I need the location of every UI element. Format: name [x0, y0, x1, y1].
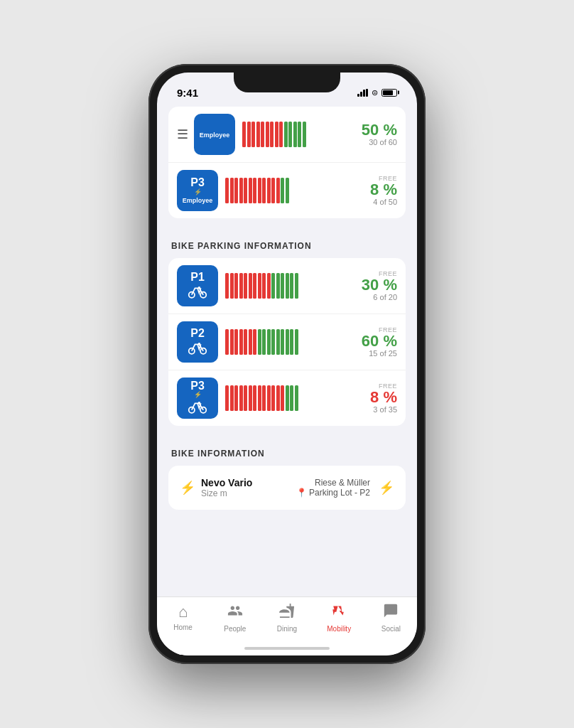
bike-parking-header: BIKE PARKING INFORMATION	[157, 224, 417, 258]
bar-chart-top1	[242, 118, 349, 151]
phone-screen: 9:41 ⊜	[157, 73, 417, 655]
bars-p2	[225, 326, 349, 358]
tab-dining-label: Dining	[277, 625, 297, 633]
percent-top1: 50 %	[356, 122, 397, 138]
svg-point-8	[198, 402, 201, 405]
count-top2: 4 of 50	[356, 198, 397, 206]
svg-point-1	[200, 291, 206, 297]
menu-badge-area: ☰ Employee	[177, 114, 235, 155]
employee-label-top: Employee	[200, 132, 230, 139]
status-icons: ⊜	[357, 88, 397, 97]
tab-social-label: Social	[381, 625, 401, 633]
wifi-icon: ⊜	[372, 88, 378, 97]
bike-info-card[interactable]: ⚡ Nevo Vario Size m Riese & Müller 📍 Par…	[168, 466, 406, 510]
svg-point-5	[198, 343, 201, 346]
bike-location-text: Parking Lot - P2	[309, 488, 370, 498]
signal-icon	[357, 89, 368, 97]
notch	[234, 73, 340, 92]
bike-info-right: Riese & Müller 📍 Parking Lot - P2	[296, 478, 370, 498]
bike-location: 📍 Parking Lot - P2	[296, 488, 370, 498]
status-time: 9:41	[177, 87, 198, 99]
bike-info-header: BIKE INFORMATION	[157, 432, 417, 466]
hamburger-icon[interactable]: ☰	[177, 127, 188, 142]
top-parking-card: ☰ Employee 50 % 30 of 60	[168, 107, 406, 218]
bike-bolt-icon: ⚡	[180, 480, 195, 496]
tab-social[interactable]: Social	[365, 603, 417, 633]
tab-home-label: Home	[173, 623, 193, 631]
stat-area-top2: FREE 8 % 4 of 50	[356, 175, 397, 206]
home-icon: ⌂	[178, 603, 188, 621]
svg-point-3	[189, 348, 195, 353]
top-parking-section: ☰ Employee 50 % 30 of 60	[157, 107, 417, 218]
stat-p2: FREE60 %15 of 25	[356, 326, 397, 358]
tab-mobility-label: Mobility	[327, 625, 351, 633]
bike-badge-p3: P3⚡	[177, 378, 218, 419]
tab-people[interactable]: People	[209, 603, 261, 633]
mobility-icon	[331, 603, 347, 623]
bike-badge-p2: P2	[177, 321, 218, 363]
tab-mobility[interactable]: Mobility	[313, 603, 365, 633]
bike-parking-card: P1 FREE30 %6 of 20P2 FREE60 %15 of 25P3⚡…	[168, 258, 406, 426]
bike-parking-cards: P1 FREE30 %6 of 20P2 FREE60 %15 of 25P3⚡…	[157, 258, 417, 426]
tab-dining[interactable]: Dining	[261, 603, 313, 633]
p3-employee-badge: P3 ⚡ Employee	[177, 170, 218, 211]
bars-p1	[225, 269, 349, 302]
employee-badge-top: Employee	[194, 114, 235, 155]
stat-p3: FREE8 %3 of 35	[356, 382, 397, 414]
home-indicator	[244, 647, 330, 650]
svg-point-2	[198, 287, 201, 289]
bars-p3	[225, 382, 349, 414]
dining-icon	[279, 603, 295, 623]
bike-size: Size m	[201, 488, 252, 498]
next-bolt-icon: ⚡	[379, 480, 394, 496]
bike-brand: Riese & Müller	[296, 478, 370, 488]
stat-p1: FREE30 %6 of 20	[356, 270, 397, 301]
bar-chart-top2	[225, 174, 349, 207]
location-pin-icon: 📍	[296, 488, 307, 498]
svg-point-4	[200, 348, 206, 353]
tab-people-label: People	[224, 625, 246, 633]
bike-badge-p1: P1	[177, 265, 218, 306]
count-top1: 30 of 60	[356, 138, 397, 146]
bike-name: Nevo Vario	[201, 477, 252, 488]
bike-info-left: ⚡ Nevo Vario Size m	[180, 477, 288, 498]
svg-point-0	[189, 291, 195, 297]
parking-row-employee-top: ☰ Employee 50 % 30 of 60	[168, 107, 406, 163]
p3-lot-type: Employee	[183, 197, 213, 204]
stat-area-top1: 50 % 30 of 60	[356, 122, 397, 146]
people-icon	[227, 603, 243, 623]
p3-lot-id: P3	[190, 177, 205, 188]
bike-lot-row-p2: P2 FREE60 %15 of 25	[168, 314, 406, 370]
percent-top2: 8 %	[356, 182, 397, 198]
bike-lot-row-p1: P1 FREE30 %6 of 20	[168, 258, 406, 314]
battery-icon	[381, 89, 397, 97]
bike-details: Nevo Vario Size m	[201, 477, 252, 498]
parking-row-p3-employee: P3 ⚡ Employee FREE 8 % 4 of 50	[168, 163, 406, 218]
bike-lot-row-p3: P3⚡ FREE8 %3 of 35	[168, 370, 406, 426]
tab-home[interactable]: ⌂ Home	[157, 603, 209, 631]
phone-frame: 9:41 ⊜	[148, 64, 426, 664]
scroll-content[interactable]: ☰ Employee 50 % 30 of 60	[157, 104, 417, 596]
social-icon	[383, 603, 399, 623]
